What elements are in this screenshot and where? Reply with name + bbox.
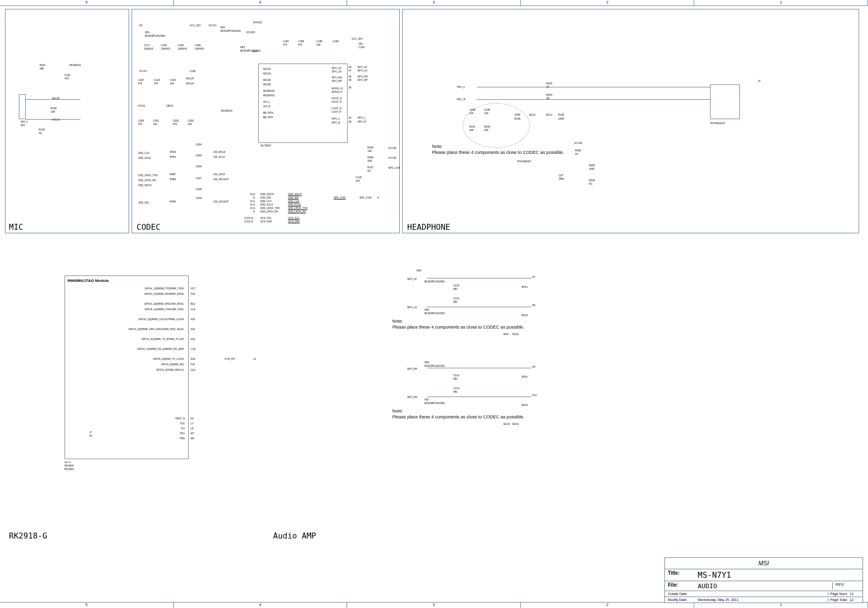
wire xyxy=(427,307,531,307)
q27: Q27 xyxy=(559,174,563,177)
rk-pn-9: F20 xyxy=(191,363,195,366)
pagetotal-val: 12 xyxy=(850,598,860,602)
p7: P7 xyxy=(532,275,535,278)
c191: C191 xyxy=(65,73,71,76)
vcc30-hp: VCC30 xyxy=(574,141,582,144)
rk-pin-4: GPIO4_C[0]/RMII_CLKOUT/RMII_CLKIN xyxy=(99,318,184,321)
hp-note: Note: xyxy=(432,144,443,149)
netref-2c: I2S0_CLK xyxy=(288,200,299,203)
r296: R296 xyxy=(367,156,373,159)
vccio: VCCIO xyxy=(209,24,217,27)
vcc30-2: VCC30 xyxy=(388,156,396,159)
rk-part: RK2918 xyxy=(65,464,73,467)
c210-val: 681 xyxy=(453,287,457,290)
i2s-dacdat: I2S_DACDAT xyxy=(214,200,228,203)
pn-47: 47 xyxy=(349,69,352,72)
c191-val: 475 xyxy=(65,77,69,80)
rk-pn-5: A19 xyxy=(191,328,195,331)
netref-2b: I2S0_CLK xyxy=(260,200,272,203)
pn-26: 26 xyxy=(349,86,352,89)
c200-val: 475 xyxy=(138,123,142,126)
wire xyxy=(477,99,710,100)
p12: P12 xyxy=(532,394,537,397)
ruler-col: 1 xyxy=(694,0,868,5)
spo-rn: SPO_RN xyxy=(407,396,418,399)
r200: R200 xyxy=(484,125,490,128)
r205-val: 100K xyxy=(589,167,595,170)
c118-val: 104 xyxy=(356,179,360,182)
pin-mic1p: MIC1P xyxy=(263,68,271,70)
amp-note-text-2: Please place these 4 components as close… xyxy=(392,414,524,419)
netref-5b: I2S0_LRCK_RX xyxy=(260,210,278,213)
c186: C186 xyxy=(195,44,201,47)
modify-label: Modify Date: xyxy=(668,598,698,602)
phonedet: PHONEDET xyxy=(517,160,531,163)
spk-con: SPK_CON xyxy=(388,166,400,169)
netref-1b: I2S0_SDI xyxy=(260,196,271,199)
netref-5c: I2S0_LRCK_RX xyxy=(288,210,306,213)
c119: C119 xyxy=(154,78,160,81)
file-label: File: xyxy=(668,582,698,590)
mic1n-sig: MIC1N xyxy=(186,82,194,85)
out-sporn: SPO_RN xyxy=(358,75,368,78)
c203-val: 104 xyxy=(188,123,192,126)
hpo-l: HPO_L xyxy=(457,85,465,88)
wire xyxy=(427,368,531,368)
j7-sub: 64 xyxy=(89,434,92,437)
pin-hpor: HPO_R xyxy=(332,121,340,124)
c184-val: 106/6V3 xyxy=(161,47,170,50)
pin-bbrxp: BB_RXP xyxy=(263,116,273,119)
c200: C200 xyxy=(138,119,144,122)
fb2-val: BLM18PG181SN1 xyxy=(220,29,241,32)
pin-sporn: SPO_RN xyxy=(332,76,342,79)
dbvo: DBVO xyxy=(166,104,173,107)
pagenum-label: Page Num: xyxy=(828,592,850,596)
r268: R268 xyxy=(575,149,581,152)
micbias1-2: MICBIAS1 xyxy=(221,109,232,112)
fb3-val: BLM18PG181SN1 xyxy=(240,49,261,52)
r156-val: 10K xyxy=(51,110,55,113)
pin-monon: MONO_N xyxy=(332,87,343,90)
netref-4b: I2S0_LRCK_TXD xyxy=(260,206,280,209)
u1g: U1-G xyxy=(65,461,71,464)
i2s-clk: I2S0_CLK xyxy=(138,151,149,154)
rk-pin-6: GPIO4_C[1]/RMII_TX_EN/MII_TX_EN xyxy=(99,338,184,340)
c202-val: 475 xyxy=(173,123,177,126)
r201-val: 680 xyxy=(40,67,44,70)
i2s-sclk: I2S0_SCLK xyxy=(138,156,151,159)
r483: R483 xyxy=(170,178,176,181)
c204: C204 xyxy=(196,143,202,146)
c188: C188 xyxy=(298,40,304,43)
fb6: FB6 xyxy=(425,361,429,364)
fb4: FB4 xyxy=(417,269,421,272)
rev-label: REV: xyxy=(832,582,845,590)
c190: C190 xyxy=(333,40,339,43)
c201: C201 xyxy=(153,119,159,122)
netref-3a: 8,11 xyxy=(250,203,255,206)
spk-con-net: SPK_CON xyxy=(334,196,346,199)
hcvo: HCVO xyxy=(138,104,145,107)
rk-pn-3: C19 xyxy=(191,308,195,311)
c117-val: 106/6V3 xyxy=(144,47,153,50)
amp-note-2: Note: xyxy=(392,408,403,413)
i2c-0a: 3,5,8,12 xyxy=(244,216,253,219)
rk-pn-0: H17 xyxy=(191,287,195,290)
netref-4a: 8,11 xyxy=(250,206,255,209)
spk-con-p: 9 xyxy=(377,196,379,199)
c199: C199 xyxy=(484,108,490,111)
ruler-col: 3 xyxy=(347,0,521,5)
pin-axir: AXI_R xyxy=(263,105,270,108)
hp-note-text: Please place these 4 components as close… xyxy=(432,150,564,155)
r495: R495 xyxy=(170,200,176,203)
pin-micbias2: MICBIAS2 xyxy=(263,89,275,92)
r200-val: 20K xyxy=(484,129,489,132)
wire xyxy=(427,278,531,278)
rk-pn-1: F19 xyxy=(191,292,195,295)
spk3-2: SPK3 xyxy=(521,404,528,406)
c213: C213 xyxy=(453,387,459,390)
c118: C118 xyxy=(356,176,362,179)
msi-logo: MSI xyxy=(665,558,863,569)
i2c-1a: 3,5,8,12 xyxy=(244,220,253,223)
ruler-col: 4 xyxy=(174,0,348,5)
c184: C184 xyxy=(161,44,167,47)
